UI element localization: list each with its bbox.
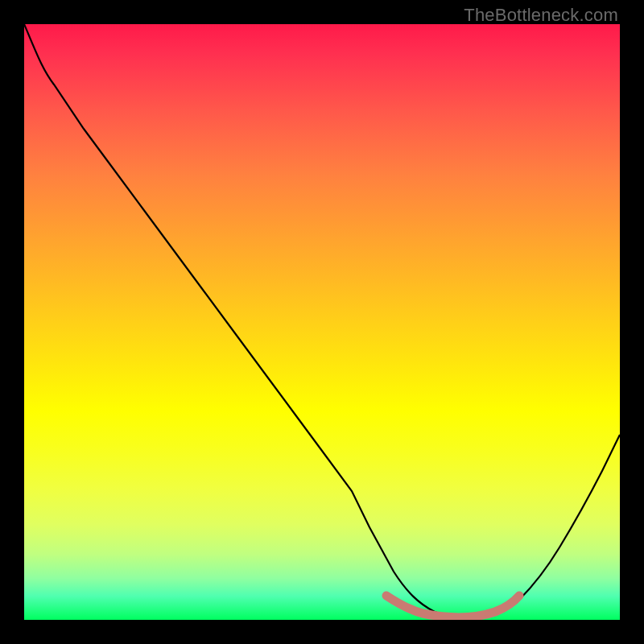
chart-container: TheBottleneck.com: [0, 0, 644, 644]
bottleneck-curve-line: [24, 24, 620, 618]
watermark-text: TheBottleneck.com: [464, 5, 618, 26]
chart-plot-area: [24, 24, 620, 620]
highlight-band-line: [386, 596, 519, 617]
chart-svg: [24, 24, 620, 620]
